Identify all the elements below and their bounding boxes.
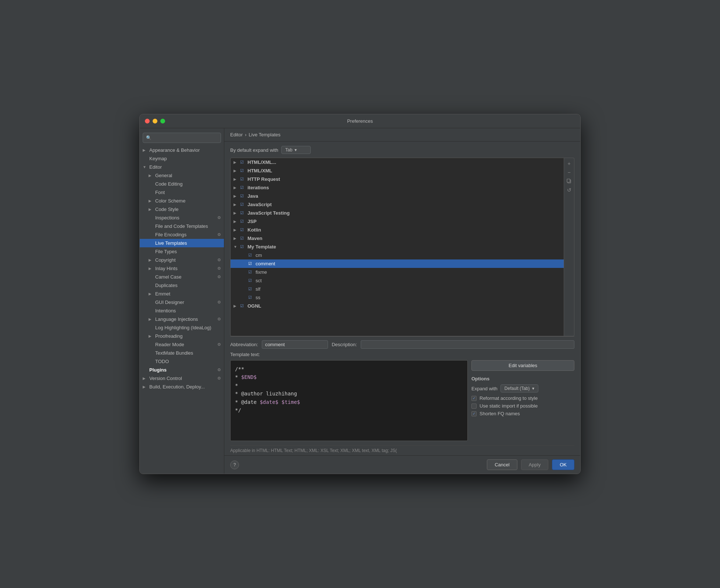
options-box: Options Expand with Default (Tab) ▾ bbox=[471, 374, 574, 421]
check-icon: ☑ bbox=[240, 227, 246, 232]
template-code-editor[interactable]: /** * $END$ * * @author liuzhihang * @da… bbox=[230, 360, 468, 441]
expand-with-row: Expand with Default (Tab) ▾ bbox=[471, 384, 574, 392]
chevron-icon: ▶ bbox=[234, 186, 239, 190]
cancel-button[interactable]: Cancel bbox=[487, 459, 517, 470]
sidebar-item-build[interactable]: ▶ Build, Execution, Deploy... bbox=[140, 383, 224, 391]
template-row[interactable]: ☑ sct bbox=[231, 276, 564, 285]
templates-list[interactable]: ▶ ☑ HTML/XML... ▶ ☑ HTML/XML ▶ bbox=[230, 158, 564, 336]
template-row[interactable]: ▶ ☑ JavaScript Testing bbox=[231, 209, 564, 217]
sidebar-item-textmate[interactable]: TextMate Bundles bbox=[140, 349, 224, 357]
expand-with-dropdown[interactable]: Default (Tab) ▾ bbox=[500, 384, 538, 392]
check-icon: ☑ bbox=[240, 185, 246, 190]
templates-area: ▶ ☑ HTML/XML... ▶ ☑ HTML/XML ▶ bbox=[230, 158, 574, 336]
reformat-checkbox[interactable]: ✓ bbox=[471, 396, 477, 401]
chevron-icon: ▶ bbox=[149, 334, 154, 338]
badge-icon: ⚙ bbox=[217, 232, 221, 237]
sidebar-item-file-code-template[interactable]: File and Code Templates bbox=[140, 222, 224, 230]
sidebar-item-plugins[interactable]: Plugins ⚙ bbox=[140, 366, 224, 374]
search-box[interactable]: 🔍 bbox=[143, 133, 221, 143]
expand-with-value: Default (Tab) bbox=[505, 386, 530, 391]
apply-button[interactable]: Apply bbox=[521, 459, 549, 470]
sidebar-item-copyright[interactable]: ▶ Copyright ⚙ bbox=[140, 256, 224, 264]
template-row[interactable]: ▶ ☑ JavaScript bbox=[231, 200, 564, 209]
sidebar-item-inlay-hints[interactable]: ▶ Inlay Hints ⚙ bbox=[140, 264, 224, 273]
sidebar-item-gui-designer[interactable]: GUI Designer ⚙ bbox=[140, 298, 224, 306]
sidebar-item-label: TODO bbox=[155, 359, 169, 364]
sidebar-item-todo[interactable]: TODO bbox=[140, 357, 224, 366]
abbreviation-input[interactable] bbox=[262, 340, 328, 349]
add-button[interactable]: + bbox=[565, 159, 573, 168]
badge-icon: ⚙ bbox=[217, 342, 221, 347]
template-row[interactable]: ▶ ☑ OGNL bbox=[231, 302, 564, 310]
sidebar-item-log-highlighting[interactable]: Log Highlighting (IdeaLog) bbox=[140, 323, 224, 332]
edit-variables-button[interactable]: Edit variables bbox=[471, 360, 574, 371]
template-row[interactable]: ☑ fixme bbox=[231, 268, 564, 276]
chevron-icon: ▶ bbox=[234, 219, 239, 223]
template-row[interactable]: ▶ ☑ iterations bbox=[231, 183, 564, 192]
sidebar-item-code-style[interactable]: ▶ Code Style bbox=[140, 205, 224, 214]
sidebar-item-label: Inspections bbox=[155, 215, 179, 220]
chevron-icon: ▶ bbox=[149, 199, 154, 203]
sidebar-item-duplicates[interactable]: Duplicates bbox=[140, 281, 224, 290]
reformat-option: ✓ Reformat according to style bbox=[471, 395, 574, 401]
sidebar-item-file-types[interactable]: File Types bbox=[140, 247, 224, 256]
sidebar-item-editor[interactable]: ▼ Editor bbox=[140, 163, 224, 171]
template-row[interactable]: ▶ ☑ Maven bbox=[231, 234, 564, 243]
sidebar-item-intentions[interactable]: Intentions bbox=[140, 306, 224, 315]
expand-with-label: Expand with bbox=[471, 386, 498, 391]
template-row[interactable]: ▶ ☑ Kotlin bbox=[231, 226, 564, 234]
template-row[interactable]: ☑ cm bbox=[231, 251, 564, 259]
search-input[interactable] bbox=[154, 135, 218, 140]
sidebar-item-color-scheme[interactable]: ▶ Color Scheme bbox=[140, 197, 224, 205]
sidebar-item-keymap[interactable]: Keymap bbox=[140, 154, 224, 163]
window-title: Preferences bbox=[347, 118, 373, 124]
maximize-button[interactable] bbox=[160, 119, 165, 123]
badge-icon: ⚙ bbox=[217, 215, 221, 220]
sidebar-item-file-encodings[interactable]: File Encodings ⚙ bbox=[140, 230, 224, 239]
copy-button[interactable] bbox=[565, 177, 573, 185]
template-name: slf bbox=[256, 286, 260, 292]
template-name: comment bbox=[256, 261, 275, 266]
sidebar-item-live-templates[interactable]: Live Templates bbox=[140, 239, 224, 247]
sidebar-item-proofreading[interactable]: ▶ Proofreading bbox=[140, 332, 224, 340]
template-row[interactable]: ▶ ☑ HTML/XML bbox=[231, 166, 564, 175]
ok-button[interactable]: OK bbox=[552, 459, 574, 470]
sidebar-item-reader-mode[interactable]: Reader Mode ⚙ bbox=[140, 340, 224, 349]
expand-dropdown[interactable]: Tab ▾ bbox=[281, 146, 311, 154]
sidebar-item-language-injections[interactable]: ▶ Language Injections ⚙ bbox=[140, 315, 224, 323]
sidebar-item-label: Build, Execution, Deploy... bbox=[149, 384, 205, 390]
template-row[interactable]: ▶ ☑ HTML/XML... bbox=[231, 158, 564, 166]
template-row-comment[interactable]: ☑ comment bbox=[231, 259, 564, 268]
check-icon: ☑ bbox=[240, 194, 246, 198]
static-import-option: Use static import if possible bbox=[471, 403, 574, 409]
sidebar-item-general[interactable]: ▶ General bbox=[140, 171, 224, 180]
chevron-icon: ▶ bbox=[149, 207, 154, 211]
remove-button[interactable]: − bbox=[565, 168, 573, 176]
minimize-button[interactable] bbox=[153, 119, 157, 123]
description-input[interactable] bbox=[361, 340, 574, 349]
sidebar-item-inspections[interactable]: Inspections ⚙ bbox=[140, 214, 224, 222]
close-button[interactable] bbox=[145, 119, 150, 123]
template-row[interactable]: ▶ ☑ Java bbox=[231, 192, 564, 200]
sidebar-item-label: Duplicates bbox=[155, 283, 178, 288]
sidebar-item-font[interactable]: Font bbox=[140, 188, 224, 197]
shorten-fq-checkbox[interactable]: ✓ bbox=[471, 411, 477, 416]
template-row[interactable]: ▶ ☑ JSP bbox=[231, 217, 564, 226]
check-icon: ☑ bbox=[240, 244, 246, 249]
template-row[interactable]: ▼ ☑ My Template bbox=[231, 243, 564, 251]
reset-button[interactable]: ↺ bbox=[565, 186, 573, 194]
template-group-name: Java bbox=[247, 193, 258, 199]
badge-icon: ⚙ bbox=[217, 300, 221, 305]
sidebar-item-appearance[interactable]: ▶ Appearance & Behavior bbox=[140, 146, 224, 154]
list-toolbar: + − ↺ bbox=[564, 158, 574, 336]
template-row[interactable]: ▶ ☑ HTTP Request bbox=[231, 175, 564, 183]
options-title: Options bbox=[471, 376, 574, 381]
help-button[interactable]: ? bbox=[230, 460, 239, 469]
sidebar-item-camel-case[interactable]: Camel Case ⚙ bbox=[140, 273, 224, 281]
sidebar-item-code-editing[interactable]: Code Editing bbox=[140, 180, 224, 188]
sidebar-item-emmet[interactable]: ▶ Emmet bbox=[140, 290, 224, 298]
static-import-checkbox[interactable] bbox=[471, 404, 477, 409]
sidebar-item-version-control[interactable]: ▶ Version Control ⚙ bbox=[140, 374, 224, 383]
template-row[interactable]: ☑ slf bbox=[231, 285, 564, 293]
template-row[interactable]: ☑ ss bbox=[231, 293, 564, 302]
